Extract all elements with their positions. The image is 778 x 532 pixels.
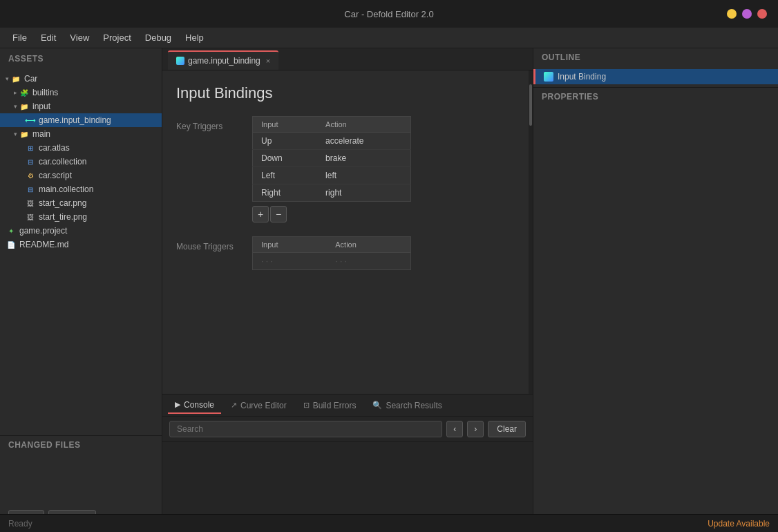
prev-result-button[interactable]: ‹: [446, 421, 463, 437]
key-action-cell: accelerate: [317, 133, 410, 150]
key-action-cell: brake: [317, 150, 410, 167]
script-icon: ⚙: [25, 170, 36, 181]
col-input: Input: [253, 117, 318, 133]
tree-label: README.md: [19, 240, 68, 249]
properties-header: Properties: [533, 88, 778, 106]
remove-key-trigger-button[interactable]: −: [270, 206, 287, 222]
key-triggers-buttons: + −: [252, 206, 515, 222]
col-action: Action: [327, 237, 410, 253]
key-input-cell: Left: [253, 167, 318, 184]
key-triggers-section: Key Triggers Input Action Up accel: [176, 116, 515, 222]
tree-item-builtins[interactable]: ▸ 🧩 builtins: [0, 86, 162, 99]
tree-item-car-script[interactable]: ⚙ car.script: [0, 169, 162, 182]
tree-item-main-folder[interactable]: ▾ 📁 main: [0, 127, 162, 141]
editor-tab-bar: game.input_binding ×: [162, 48, 533, 70]
close-button[interactable]: [757, 9, 767, 19]
build-errors-tab-label: Build Errors: [313, 401, 357, 410]
clear-console-button[interactable]: Clear: [488, 421, 526, 437]
minimize-button[interactable]: [727, 9, 737, 19]
next-result-button[interactable]: ›: [467, 421, 484, 437]
table-row[interactable]: Down brake: [253, 150, 411, 167]
tree-label: start_car.png: [39, 198, 86, 208]
outline-item-input-binding[interactable]: Input Binding: [533, 69, 778, 84]
menu-item-file[interactable]: File: [6, 30, 34, 46]
menu-item-edit[interactable]: Edit: [34, 30, 63, 46]
menu-item-debug[interactable]: Debug: [138, 30, 178, 46]
table-row: · · · · · ·: [253, 253, 411, 270]
tree-item-car-collection[interactable]: ⊟ car.collection: [0, 155, 162, 169]
key-input-cell: Down: [253, 150, 318, 167]
editor-scroll-thumb[interactable]: [529, 84, 532, 126]
tree-label: game.project: [19, 226, 67, 236]
tab-search-results[interactable]: 🔍 Search Results: [366, 398, 448, 413]
key-triggers-label: Key Triggers: [176, 116, 252, 222]
main-layout: Assets ▾ 📁 Car ▸ 🧩 builtins ▾ 📁 input: [0, 48, 778, 532]
tab-label: game.input_binding: [188, 56, 260, 66]
console-tab-label: Console: [184, 400, 214, 410]
binding-icon: ⟷: [25, 115, 36, 126]
key-input-cell: Up: [253, 133, 318, 150]
properties-section: Properties: [533, 88, 778, 532]
tree-label: main.collection: [39, 184, 93, 194]
collection-icon: ⊟: [25, 156, 36, 167]
table-row[interactable]: Right right: [253, 184, 411, 202]
image-icon: 🖼: [25, 211, 36, 222]
tab-curve-editor[interactable]: ↗ Curve Editor: [224, 398, 294, 413]
maximize-button[interactable]: [742, 9, 752, 19]
tree-item-main-collection[interactable]: ⊟ main.collection: [0, 182, 162, 196]
tree-item-start-car-png[interactable]: 🖼 start_car.png: [0, 196, 162, 210]
tree-item-car-atlas[interactable]: ⊞ car.atlas: [0, 141, 162, 155]
tree-label: input: [32, 102, 50, 111]
tab-console[interactable]: ▶ Console: [168, 397, 221, 414]
tree-item-readme[interactable]: 📄 README.md: [0, 238, 162, 251]
project-icon: ✦: [6, 225, 17, 236]
tree-item-start-tire-png[interactable]: 🖼 start_tire.png: [0, 210, 162, 224]
col-input: Input: [253, 237, 328, 253]
build-errors-icon: ⊡: [303, 401, 310, 410]
col-action: Action: [317, 117, 410, 133]
tree-label: builtins: [32, 88, 58, 97]
curve-editor-tab-label: Curve Editor: [240, 401, 287, 410]
file-tree: ▾ 📁 Car ▸ 🧩 builtins ▾ 📁 input ⟷ game.in…: [0, 69, 162, 435]
status-bar: Ready Update Available: [0, 514, 778, 532]
editor-content: Input Bindings Key Triggers Input Action: [162, 70, 529, 394]
console-panel: ▶ Console ↗ Curve Editor ⊡ Build Errors …: [162, 394, 533, 532]
tree-label: car.atlas: [39, 143, 70, 153]
outline-section: Outline Input Binding: [533, 48, 778, 88]
editor-tab-game-input-binding[interactable]: game.input_binding ×: [168, 50, 278, 70]
tree-item-car[interactable]: ▾ 📁 Car: [0, 72, 162, 86]
tree-label: car.script: [39, 171, 72, 180]
folder-icon: 📁: [10, 73, 21, 84]
update-available-link[interactable]: Update Available: [708, 519, 770, 529]
key-triggers-table: Input Action Up accelerate Down brake Le…: [252, 116, 411, 202]
tab-file-icon: [176, 57, 184, 65]
mouse-triggers-table: Input Action · · · · · ·: [252, 236, 411, 270]
tree-item-game-input-binding[interactable]: ⟷ game.input_binding: [0, 113, 162, 127]
menu-item-project[interactable]: Project: [96, 30, 137, 46]
tree-item-game-project[interactable]: ✦ game.project: [0, 224, 162, 238]
tree-label: car.collection: [39, 157, 86, 167]
tree-label: game.input_binding: [39, 115, 111, 125]
outline-header: Outline: [533, 48, 778, 66]
curve-editor-icon: ↗: [231, 401, 237, 410]
menu-bar: FileEditViewProjectDebugHelp: [0, 28, 778, 48]
left-sidebar: Assets ▾ 📁 Car ▸ 🧩 builtins ▾ 📁 input: [0, 48, 162, 532]
console-tabs: ▶ Console ↗ Curve Editor ⊡ Build Errors …: [162, 395, 533, 417]
menu-item-help[interactable]: Help: [178, 30, 211, 46]
mouse-triggers-section: Mouse Triggers Input Action: [176, 236, 515, 270]
tab-build-errors[interactable]: ⊡ Build Errors: [296, 398, 363, 413]
file-icon: 📄: [6, 239, 17, 250]
chevron-down-icon: ▾: [14, 131, 17, 137]
table-row[interactable]: Up accelerate: [253, 133, 411, 150]
input-binding-outline-icon: [544, 72, 553, 82]
menu-item-view[interactable]: View: [63, 30, 96, 46]
tree-item-input-folder[interactable]: ▾ 📁 input: [0, 99, 162, 113]
tree-label: Car: [24, 74, 37, 84]
assets-header: Assets: [0, 48, 162, 69]
console-search-input[interactable]: [169, 421, 442, 437]
add-key-trigger-button[interactable]: +: [252, 206, 269, 222]
chevron-right-icon: ▸: [14, 89, 17, 96]
table-row[interactable]: Left left: [253, 167, 411, 184]
tab-close-icon[interactable]: ×: [266, 57, 270, 65]
app-title: Car - Defold Editor 2.0: [344, 9, 433, 19]
